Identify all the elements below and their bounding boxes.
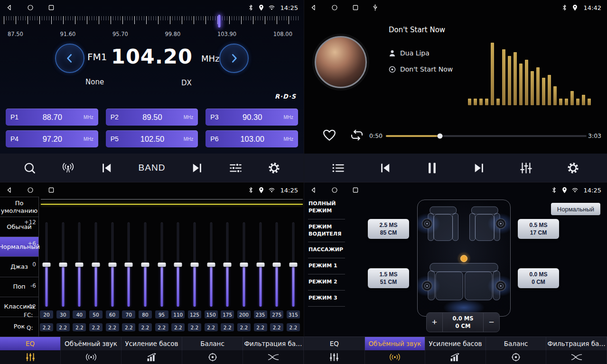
tab-surround[interactable]: Объёмный звук	[61, 337, 121, 350]
rear-right-delay-button[interactable]: 0.0 MS 0 CM	[518, 268, 559, 288]
tab-eq[interactable]: EQ	[304, 337, 365, 350]
slider-handle[interactable]	[75, 263, 84, 267]
recents-icon[interactable]	[47, 4, 55, 11]
prev-track-icon[interactable]	[379, 162, 392, 174]
tune-up-button[interactable]	[219, 44, 249, 73]
front-left-delay-button[interactable]: 2.5 MS 85 CM	[368, 219, 409, 239]
slider-handle[interactable]	[174, 263, 182, 267]
settings-gear-icon[interactable]	[567, 162, 579, 174]
slider-handle[interactable]	[43, 263, 51, 267]
eq-band-slider[interactable]	[89, 222, 103, 307]
pause-icon[interactable]	[426, 162, 439, 174]
eq-band-slider[interactable]	[139, 222, 152, 307]
progress-knob[interactable]	[438, 134, 443, 139]
slider-handle[interactable]	[158, 263, 166, 267]
tune-down-button[interactable]	[55, 44, 84, 73]
recents-icon[interactable]	[47, 186, 55, 194]
slider-handle[interactable]	[141, 263, 149, 267]
home-icon[interactable]	[27, 186, 34, 194]
eq-band-slider[interactable]	[73, 222, 86, 307]
rear-left-delay-button[interactable]: 1.5 MS 51 CM	[368, 268, 409, 288]
recents-icon[interactable]	[352, 4, 359, 11]
slider-handle[interactable]	[59, 263, 67, 267]
slider-handle[interactable]	[256, 263, 264, 267]
band-button[interactable]: BAND	[139, 163, 166, 173]
slider-handle[interactable]	[190, 263, 198, 267]
surround-sound-icon[interactable]	[61, 350, 121, 364]
crossover-filter-icon[interactable]	[546, 350, 607, 364]
tab-eq[interactable]: EQ	[0, 337, 61, 350]
preset-button[interactable]: P2 89.50 MHz	[106, 109, 198, 126]
tab-balance[interactable]: Баланс	[486, 337, 547, 350]
slider-handle[interactable]	[240, 263, 248, 267]
tab-filter[interactable]: Фильтрация ба…	[546, 337, 607, 350]
prev-track-icon[interactable]	[100, 162, 113, 174]
back-icon[interactable]	[6, 186, 13, 194]
tab-filter[interactable]: Фильтрация ба…	[243, 337, 304, 350]
eq-band-slider[interactable]	[270, 222, 283, 307]
listening-mode-item[interactable]: РЕЖИМ 3	[308, 291, 345, 307]
listening-mode-item[interactable]: ПОЛНЫЙ РЕЖИМ	[308, 196, 345, 219]
eq-band-slider[interactable]	[188, 222, 201, 307]
balance-icon[interactable]	[486, 350, 547, 364]
scan-icon[interactable]	[23, 162, 36, 174]
listening-mode-item[interactable]: РЕЖИМ 1	[308, 258, 345, 274]
repeat-icon[interactable]	[350, 128, 364, 142]
bass-boost-icon[interactable]	[121, 350, 182, 364]
decrease-delay-button[interactable]: −	[483, 313, 499, 332]
slider-handle[interactable]	[108, 263, 116, 267]
listening-mode-item[interactable]: ПАССАЖИР	[308, 242, 345, 258]
eq-band-slider[interactable]	[205, 222, 218, 307]
home-icon[interactable]	[27, 4, 34, 11]
back-icon[interactable]	[310, 186, 318, 194]
playlist-icon[interactable]	[332, 162, 345, 174]
stage-preset-button[interactable]: Нормальный	[551, 203, 600, 215]
home-icon[interactable]	[331, 4, 338, 11]
bass-boost-icon[interactable]	[425, 350, 486, 364]
recents-icon[interactable]	[352, 186, 359, 194]
tab-bass-boost[interactable]: Усиление басов	[425, 337, 486, 350]
slider-handle[interactable]	[207, 263, 215, 267]
slider-handle[interactable]	[273, 263, 281, 267]
eq-preset-item[interactable]: По умолчанию	[0, 197, 38, 217]
preset-button[interactable]: P1 88.70 MHz	[6, 109, 98, 126]
front-right-delay-button[interactable]: 0.5 MS 17 CM	[518, 219, 559, 239]
next-track-icon[interactable]	[191, 162, 204, 174]
back-icon[interactable]	[6, 4, 13, 11]
broadcast-icon[interactable]	[62, 162, 75, 174]
mixer-faders-icon[interactable]	[520, 162, 532, 174]
eq-band-slider[interactable]	[155, 222, 168, 307]
slider-handle[interactable]	[224, 263, 232, 267]
next-track-icon[interactable]	[473, 162, 486, 174]
slider-handle[interactable]	[92, 263, 100, 267]
settings-gear-icon[interactable]	[268, 162, 280, 174]
surround-sound-icon[interactable]	[365, 350, 426, 364]
back-icon[interactable]	[310, 4, 318, 11]
tab-balance[interactable]: Баланс	[182, 337, 243, 350]
eq-band-slider[interactable]	[287, 222, 300, 307]
preset-button[interactable]: P5 102.50 MHz	[106, 130, 198, 147]
eq-sliders-icon[interactable]	[304, 350, 365, 364]
preset-button[interactable]: P4 97.20 MHz	[6, 130, 98, 147]
tuner-indicator[interactable]	[218, 15, 221, 27]
eq-band-slider[interactable]	[56, 222, 70, 307]
slider-handle[interactable]	[125, 263, 133, 267]
tuner-ticks[interactable]	[4, 16, 299, 27]
eq-band-slider[interactable]	[106, 222, 119, 307]
eq-band-slider[interactable]	[40, 222, 53, 307]
eq-sliders-icon[interactable]	[0, 350, 61, 364]
preset-button[interactable]: P3 90.30 MHz	[205, 109, 298, 126]
progress-bar[interactable]	[386, 135, 587, 137]
tab-bass-boost[interactable]: Усиление басов	[121, 337, 182, 350]
increase-delay-button[interactable]: +	[427, 313, 443, 332]
slider-handle[interactable]	[289, 263, 297, 267]
listening-mode-item[interactable]: РЕЖИМ 2	[308, 274, 345, 291]
crossover-filter-icon[interactable]	[243, 350, 304, 364]
tab-surround[interactable]: Объёмный звук	[365, 337, 426, 350]
home-icon[interactable]	[331, 186, 338, 194]
eq-sliders-icon[interactable]	[229, 162, 242, 174]
balance-icon[interactable]	[182, 350, 243, 364]
favorite-heart-icon[interactable]	[322, 128, 336, 142]
preset-button[interactable]: P6 103.00 MHz	[205, 130, 298, 147]
eq-band-slider[interactable]	[237, 222, 251, 307]
